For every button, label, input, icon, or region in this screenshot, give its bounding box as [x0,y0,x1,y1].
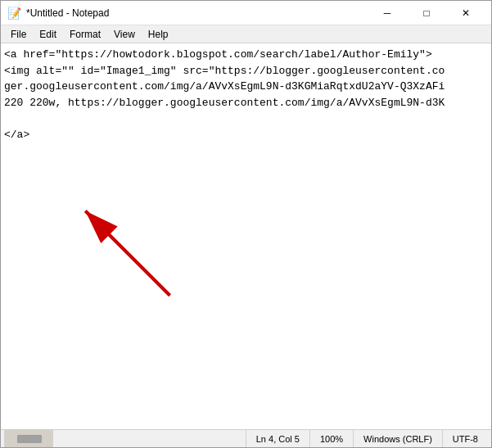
menu-bar: File Edit Format View Help [1,25,491,43]
status-zoom[interactable]: 100% [309,430,353,447]
text-editor[interactable] [1,43,491,429]
menu-format[interactable]: Format [63,27,107,42]
minimize-button[interactable]: ─ [368,1,406,25]
title-bar-controls: ─ □ ✕ [368,1,485,25]
title-bar-left: 📝 *Untitled - Notepad [7,7,109,20]
status-encoding[interactable]: UTF-8 [442,430,488,447]
window-title: *Untitled - Notepad [26,7,109,19]
editor-container [1,43,491,429]
menu-help[interactable]: Help [142,27,175,42]
close-button[interactable]: ✕ [447,1,485,25]
maximize-button[interactable]: □ [408,1,445,25]
status-line-ending[interactable]: Windows (CRLF) [353,430,442,447]
scrollbar-thumb [17,435,42,443]
status-line-col: Ln 4, Col 5 [246,430,309,447]
menu-edit[interactable]: Edit [33,27,63,42]
title-bar: 📝 *Untitled - Notepad ─ □ ✕ [1,1,491,25]
notepad-window: 📝 *Untitled - Notepad ─ □ ✕ File Edit Fo… [0,0,492,448]
status-bar: Ln 4, Col 5 100% Windows (CRLF) UTF-8 [1,429,491,447]
horizontal-scrollbar[interactable] [4,430,53,447]
app-icon: 📝 [7,7,21,20]
menu-file[interactable]: File [4,27,33,42]
menu-view[interactable]: View [107,27,142,42]
